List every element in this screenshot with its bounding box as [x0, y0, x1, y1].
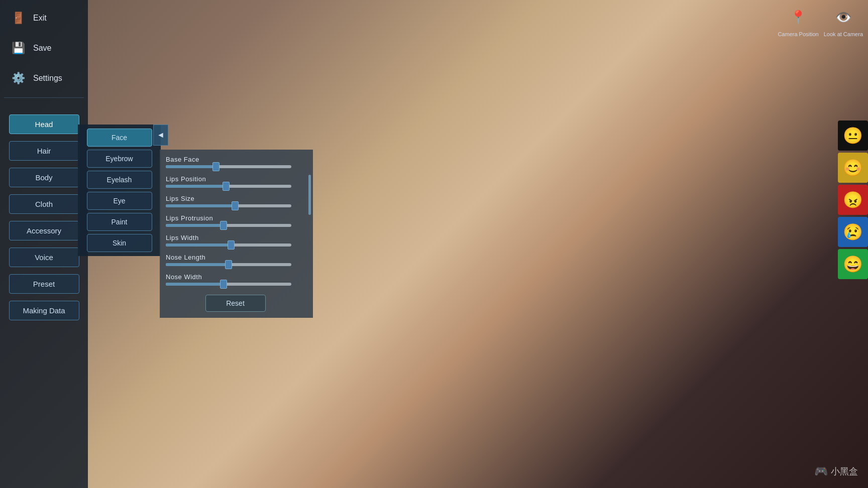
category-making-data[interactable]: Making Data [9, 301, 79, 320]
spacer [4, 104, 84, 109]
exit-label: Exit [33, 14, 47, 23]
category-voice[interactable]: Voice [9, 248, 79, 267]
watermark-text: 小黑盒 [831, 465, 858, 477]
watermark: 🎮 小黑盒 [814, 465, 858, 478]
slider-lips-size-track[interactable] [166, 204, 291, 207]
slider-nose-length-track[interactable] [166, 263, 291, 266]
emoji-neutral-icon: 😐 [843, 126, 863, 145]
slider-lips-position-track[interactable] [166, 185, 291, 188]
sub-eyelash[interactable]: Eyelash [87, 171, 152, 189]
scrollbar[interactable] [308, 175, 311, 215]
slider-nose-width-track[interactable] [166, 283, 291, 286]
sliders-panel: Base Face Lips Position Lips Size Lips P… [160, 150, 313, 318]
category-head[interactable]: Head [9, 114, 79, 134]
exit-button[interactable]: 🚪 Exit [4, 5, 84, 31]
slider-lips-protrusion: Lips Protrusion [166, 214, 305, 227]
save-label: Save [33, 44, 51, 53]
collapse-arrow-button[interactable]: ◄ [153, 125, 168, 146]
camera-controls: 📍 Camera Position 👁️ Look at Camera [778, 5, 863, 37]
camera-position-label: Camera Position [778, 31, 818, 37]
sub-paint[interactable]: Paint [87, 213, 152, 231]
slider-nose-width-label: Nose Width [166, 273, 305, 281]
slider-base-face: Base Face [166, 156, 305, 168]
slider-nose-width: Nose Width [166, 273, 305, 286]
look-at-camera-control[interactable]: 👁️ Look at Camera [824, 5, 863, 37]
slider-lips-width-track[interactable] [166, 243, 291, 247]
slider-lips-protrusion-track[interactable] [166, 224, 291, 227]
emoji-smile-icon: 😄 [843, 255, 863, 274]
settings-icon: ⚙️ [9, 69, 27, 87]
category-body[interactable]: Body [9, 168, 79, 187]
sub-eyebrow[interactable]: Eyebrow [87, 150, 152, 168]
divider [4, 97, 84, 98]
slider-nose-length-label: Nose Length [166, 254, 305, 261]
save-button[interactable]: 💾 Save [4, 35, 84, 61]
save-icon: 💾 [9, 39, 27, 57]
slider-lips-width-label: Lips Width [166, 234, 305, 241]
category-preset[interactable]: Preset [9, 274, 79, 294]
emoji-happy-icon: 😊 [843, 158, 863, 177]
sub-panel: Face Eyebrow Eyelash Eye Paint Skin [78, 125, 161, 256]
camera-position-control[interactable]: 📍 Camera Position [778, 5, 818, 37]
left-panel: 🚪 Exit 💾 Save ⚙️ Settings Head Hair Body… [0, 0, 88, 488]
slider-nose-length: Nose Length [166, 254, 305, 266]
slider-base-face-label: Base Face [166, 156, 305, 163]
look-at-camera-label: Look at Camera [824, 31, 863, 37]
slider-lips-protrusion-label: Lips Protrusion [166, 214, 305, 222]
camera-position-icon: 📍 [786, 5, 810, 29]
emoji-sad-icon: 😢 [843, 222, 863, 241]
settings-button[interactable]: ⚙️ Settings [4, 65, 84, 91]
emoji-happy-button[interactable]: 😊 [838, 153, 868, 183]
sub-face[interactable]: Face [87, 129, 152, 147]
slider-lips-width: Lips Width [166, 234, 305, 247]
look-at-camera-icon: 👁️ [831, 5, 855, 29]
emoji-angry-icon: 😠 [843, 190, 863, 209]
emoji-sad-button[interactable]: 😢 [838, 217, 868, 247]
slider-lips-size: Lips Size [166, 195, 305, 207]
category-hair[interactable]: Hair [9, 141, 79, 161]
settings-label: Settings [33, 74, 62, 83]
category-accessory[interactable]: Accessory [9, 221, 79, 240]
sub-skin[interactable]: Skin [87, 234, 152, 252]
category-cloth[interactable]: Cloth [9, 194, 79, 214]
watermark-logo: 🎮 [814, 465, 828, 478]
reset-button[interactable]: Reset [205, 295, 266, 312]
emoji-neutral-button[interactable]: 😐 [838, 120, 868, 151]
emoji-panel: 😐 😊 😠 😢 😄 [838, 120, 868, 279]
emoji-smile-button[interactable]: 😄 [838, 249, 868, 279]
emoji-angry-button[interactable]: 😠 [838, 185, 868, 215]
slider-base-face-track[interactable] [166, 165, 291, 168]
exit-icon: 🚪 [9, 9, 27, 27]
sub-eye[interactable]: Eye [87, 192, 152, 210]
slider-lips-position-label: Lips Position [166, 175, 305, 183]
slider-lips-position: Lips Position [166, 175, 305, 188]
